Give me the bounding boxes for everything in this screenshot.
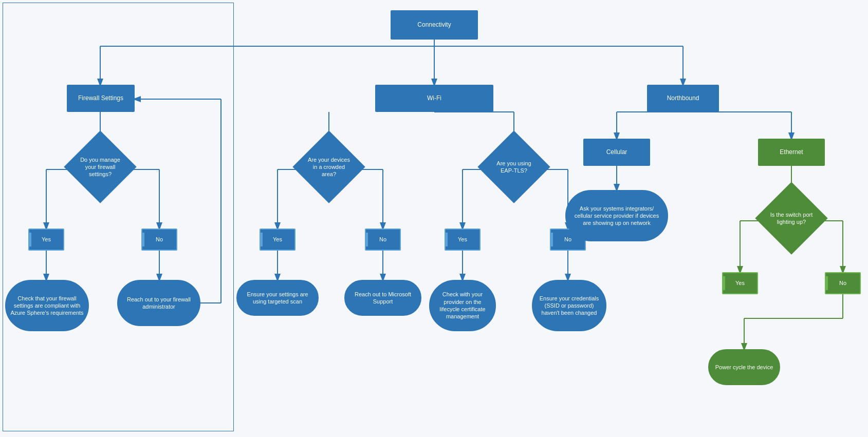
northbound-node: Northbound xyxy=(647,85,719,112)
ethernet-label: Ethernet xyxy=(780,148,803,157)
firewall-settings-node: Firewall Settings xyxy=(67,85,135,112)
flowchart-container: Connectivity Firewall Settings Do you ma… xyxy=(0,0,868,437)
yes-fw-label: Yes xyxy=(42,236,51,243)
cellular-label: Cellular xyxy=(606,148,627,157)
wifi-label: Wi-Fi xyxy=(427,94,441,103)
crowded-label: Are your devices in a crowded area? xyxy=(303,141,355,193)
reach-out-admin-node: Reach out to your firewall administrator xyxy=(117,280,200,326)
ask-systems-label: Ask your systems integrators/ cellular s… xyxy=(566,201,667,231)
no-switch-label: No xyxy=(839,279,846,287)
ensure-credentials-node: Ensure your credentials (SSID or passwor… xyxy=(532,280,606,331)
manage-diamond: Do you manage your firewall settings? xyxy=(64,130,136,203)
reach-ms-support-node: Reach out to Microsoft Support xyxy=(344,280,421,316)
power-cycle-node: Power cycle the device xyxy=(708,349,780,385)
no-crowd-label: No xyxy=(379,236,386,243)
check-lifecycle-label: Check with your provider on the lifecycl… xyxy=(430,287,495,324)
ethernet-node: Ethernet xyxy=(758,139,825,166)
no-eap-label: No xyxy=(564,236,571,243)
yes-crowd-node: Yes xyxy=(260,229,296,251)
ensure-credentials-label: Ensure your credentials (SSID or passwor… xyxy=(533,291,605,321)
manage-label: Do you manage your firewall settings? xyxy=(75,141,126,193)
connectivity-label: Connectivity xyxy=(417,21,451,29)
no-fw-node: No xyxy=(141,229,177,251)
yes-eap-node: Yes xyxy=(445,229,481,251)
check-lifecycle-node: Check with your provider on the lifecycl… xyxy=(429,280,496,331)
cellular-node: Cellular xyxy=(583,139,650,166)
ask-systems-node: Ask your systems integrators/ cellular s… xyxy=(565,190,668,241)
power-cycle-label: Power cycle the device xyxy=(711,359,778,375)
eap-tls-label: Are you using EAP-TLS? xyxy=(488,141,540,193)
reach-out-admin-label: Reach out to your firewall administrator xyxy=(118,292,199,315)
check-firewall-node: Check that your firewall settings are co… xyxy=(5,280,89,331)
switch-port-diamond: Is the switch port lighting up? xyxy=(755,182,827,254)
yes-crowd-label: Yes xyxy=(273,236,282,243)
check-firewall-label: Check that your firewall settings are co… xyxy=(6,291,88,321)
eap-tls-diamond: Are you using EAP-TLS? xyxy=(477,130,550,203)
switch-port-label: Is the switch port lighting up? xyxy=(766,193,817,244)
yes-switch-label: Yes xyxy=(735,279,745,287)
yes-switch-node: Yes xyxy=(722,272,758,294)
no-switch-node: No xyxy=(825,272,861,294)
no-crowd-node: No xyxy=(365,229,401,251)
wifi-node: Wi-Fi xyxy=(375,85,493,112)
no-fw-label: No xyxy=(156,236,163,243)
yes-eap-label: Yes xyxy=(458,236,467,243)
ensure-targeted-node: Ensure your settings are using targeted … xyxy=(236,280,319,316)
yes-fw-node: Yes xyxy=(28,229,64,251)
firewall-section-border xyxy=(3,3,234,431)
reach-ms-support-label: Reach out to Microsoft Support xyxy=(345,287,420,310)
firewall-settings-label: Firewall Settings xyxy=(78,94,123,103)
connectivity-node: Connectivity xyxy=(391,10,478,40)
crowded-diamond: Are your devices in a crowded area? xyxy=(292,130,365,203)
ensure-targeted-label: Ensure your settings are using targeted … xyxy=(237,287,318,310)
northbound-label: Northbound xyxy=(667,94,699,103)
